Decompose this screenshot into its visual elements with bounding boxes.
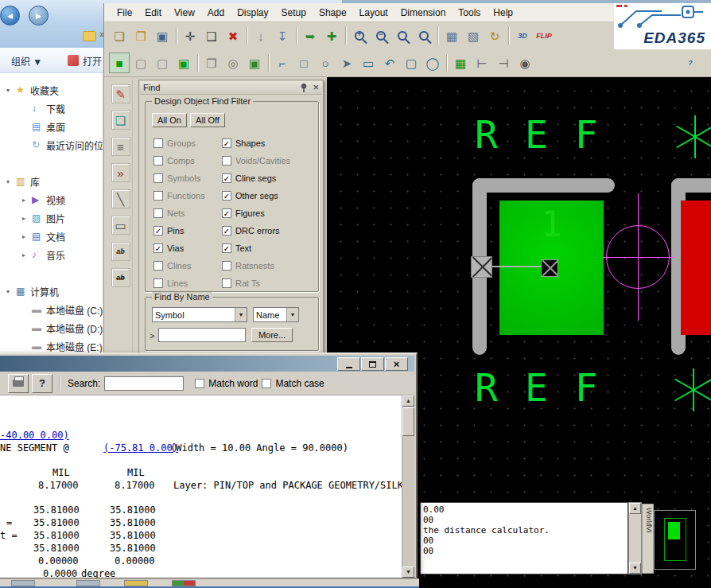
silkscreen-text-ref-bottom[interactable]: REF: [475, 365, 625, 410]
dropdown-arrow-icon[interactable]: ▼: [286, 308, 298, 321]
checkbox[interactable]: [222, 261, 231, 271]
explorer-nav-favorites[interactable]: ▾★收藏夹: [6, 82, 59, 98]
checkbox[interactable]: ✓: [153, 226, 163, 236]
search-input[interactable]: [104, 376, 184, 391]
soldermask-shape-top-left[interactable]: [472, 178, 615, 193]
import-icon[interactable]: ↓: [251, 25, 271, 46]
move-icon[interactable]: ✛: [180, 25, 200, 46]
menu-setup[interactable]: Setup: [275, 6, 313, 20]
tree-expander-icon[interactable]: ▾: [6, 288, 16, 295]
via-symbol-small[interactable]: [541, 259, 558, 277]
rect-tool-icon[interactable]: ▭: [111, 216, 130, 235]
find-filter-comps[interactable]: Comps: [153, 154, 195, 167]
explorer-nav-disk-c[interactable]: ▬本地磁盘 (C:): [22, 302, 103, 317]
via-symbol-large[interactable]: [471, 256, 492, 278]
find-filter-figures[interactable]: ✓Figures: [222, 207, 265, 220]
find-filter-lines[interactable]: Lines: [153, 277, 188, 290]
menu-help[interactable]: Help: [487, 6, 519, 20]
organize-button[interactable]: 组织 ▼: [11, 54, 42, 68]
tree-expander-icon[interactable]: ▸: [22, 233, 32, 240]
bottom-bar-icon-4[interactable]: [172, 580, 196, 586]
print-button[interactable]: [8, 374, 29, 393]
tree-expander-icon[interactable]: ▸: [22, 215, 32, 222]
command-console[interactable]: 0.0000the distance calculator.0000: [420, 502, 628, 574]
checkbox[interactable]: [222, 156, 231, 165]
tree-expander-icon[interactable]: ▸: [22, 197, 32, 204]
restore-button[interactable]: [361, 357, 384, 371]
help-button[interactable]: ?: [32, 374, 52, 393]
find-filter-drc-errors[interactable]: ✓DRC errors: [222, 224, 280, 237]
find-type-select[interactable]: Symbol ▼: [152, 307, 247, 322]
shape-add-icon[interactable]: ■: [109, 53, 130, 73]
add-rect-icon[interactable]: □: [293, 53, 314, 73]
shadow-mode-icon[interactable]: ▧: [463, 25, 484, 46]
find-filter-nets[interactable]: Nets: [153, 207, 185, 220]
bottom-bar-icon-2[interactable]: [76, 580, 100, 586]
explorer-nav-disk-d[interactable]: ▬本地磁盘 (D:): [22, 320, 103, 336]
silkscreen-star-bottom[interactable]: [676, 368, 711, 411]
pad-red[interactable]: [681, 201, 711, 335]
scroll-down-icon[interactable]: ▼: [629, 563, 641, 574]
help-icon[interactable]: ?: [680, 53, 701, 73]
pin-panel-icon[interactable]: [299, 83, 309, 93]
zoom-points-icon[interactable]: [392, 25, 413, 46]
menu-layout[interactable]: Layout: [353, 6, 394, 20]
checkbox[interactable]: [222, 278, 231, 288]
rats-all-icon[interactable]: ➥: [300, 25, 321, 46]
line-tool-icon[interactable]: ╲: [111, 189, 130, 208]
explorer-nav-downloads[interactable]: ↓下载: [22, 100, 65, 116]
checkbox[interactable]: ✓: [222, 208, 231, 218]
menu-add[interactable]: Add: [201, 6, 231, 20]
checkbox[interactable]: ✓: [222, 243, 231, 253]
silkscreen-star-top[interactable]: [678, 115, 711, 158]
add-square-icon[interactable]: ▢: [401, 53, 422, 73]
dropdown-arrow-icon[interactable]: ▼: [235, 308, 247, 321]
coordinate-link[interactable]: -40.00 0.00): [0, 430, 69, 441]
scroll-thumb[interactable]: [402, 407, 414, 436]
find-filter-pins[interactable]: ✓Pins: [153, 224, 184, 237]
find-filter-rat-ts[interactable]: Rat Ts: [222, 277, 260, 290]
coordinate-link[interactable]: (-75.81 0.00): [103, 442, 178, 454]
explorer-nav-videos[interactable]: ▸▶视频: [22, 192, 65, 208]
find-filter-vias[interactable]: ✓Vias: [153, 242, 184, 255]
checkbox[interactable]: ✓: [222, 191, 231, 201]
text-strike-tool-icon[interactable]: ab: [111, 268, 130, 287]
worldview-tab[interactable]: WorldVi: [642, 504, 654, 574]
shape-void-icon[interactable]: ▢: [152, 53, 173, 73]
silkscreen-text-ref-top[interactable]: REF: [475, 112, 625, 157]
shape-select-icon[interactable]: ▣: [173, 53, 194, 73]
menu-shape[interactable]: Shape: [313, 6, 353, 20]
checkbox[interactable]: [153, 208, 163, 218]
checkbox[interactable]: ✓: [222, 226, 231, 236]
shape-tool-icon[interactable]: ❏: [111, 111, 130, 130]
report-titlebar[interactable]: ×: [0, 356, 414, 372]
find-filter-shapes[interactable]: ✓Shapes: [222, 137, 265, 150]
find-filter-functions[interactable]: Functions: [153, 189, 205, 202]
find-filter-other-segs[interactable]: ✓Other segs: [222, 189, 278, 202]
explorer-nav-disk-e[interactable]: ▬本地磁盘 (E:): [22, 338, 103, 354]
measure-y-icon[interactable]: ⊣: [493, 53, 514, 73]
menu-file[interactable]: File: [111, 6, 138, 20]
find-filter-cline-segs[interactable]: ✓Cline segs: [222, 172, 276, 185]
more-button[interactable]: More...: [251, 328, 293, 342]
checkbox[interactable]: [153, 191, 163, 201]
all-on-button[interactable]: All On: [152, 113, 187, 127]
tree-expander-icon[interactable]: ▾: [6, 87, 16, 94]
save-icon[interactable]: ▣: [152, 25, 173, 46]
find-filter-groups[interactable]: Groups: [153, 137, 196, 150]
zoom-fit-icon[interactable]: [414, 25, 434, 46]
explorer-nav-documents[interactable]: ▸▤文档: [22, 228, 65, 244]
zoom-in-icon[interactable]: +: [349, 25, 370, 46]
export-icon[interactable]: ↧: [272, 25, 293, 46]
menu-tools[interactable]: Tools: [452, 6, 487, 20]
checkbox[interactable]: ✓: [153, 243, 163, 253]
checkbox[interactable]: [153, 138, 163, 148]
copy-icon[interactable]: ❑: [201, 25, 222, 46]
find-filter-voids-cavities[interactable]: Voids/Cavities: [222, 154, 290, 167]
bottom-bar-icon-3[interactable]: [124, 580, 148, 586]
pad-rect-icon[interactable]: ▣: [244, 53, 265, 73]
close-button[interactable]: ×: [385, 357, 408, 371]
scroll-up-icon[interactable]: ▲: [402, 395, 414, 407]
find-filter-text[interactable]: ✓Text: [222, 242, 251, 255]
pin-icon[interactable]: ✚: [321, 25, 342, 46]
